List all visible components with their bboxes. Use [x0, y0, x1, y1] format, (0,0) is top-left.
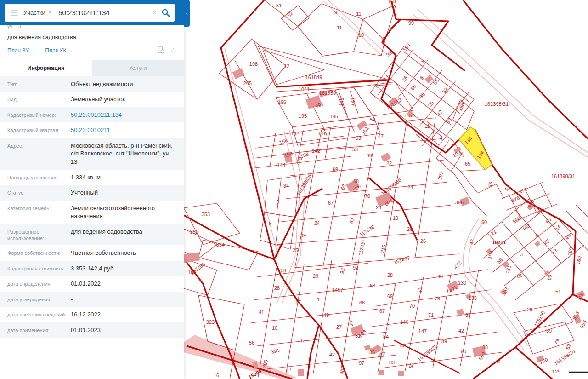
- info-row-value: 1 334 кв. м: [71, 173, 176, 182]
- parcel-label: 69: [387, 293, 393, 299]
- parcel-label: 45: [487, 181, 494, 188]
- parcel-label: 42: [329, 352, 335, 357]
- parcel-label: 147: [418, 328, 427, 334]
- info-row-value: 01.01.2022: [71, 280, 176, 288]
- parcel-label: 117638: [359, 224, 376, 238]
- parcel-label: 161398/30: [553, 348, 576, 366]
- doc-search-icon[interactable]: [158, 46, 165, 55]
- parcel-label: 47: [378, 133, 384, 139]
- parcel-label: 70: [365, 193, 370, 199]
- parcel-label: 33: [445, 117, 452, 125]
- parcel-label: 1041: [299, 86, 310, 92]
- tab-services[interactable]: Услуги: [92, 60, 184, 76]
- search-icon[interactable]: [161, 8, 170, 17]
- info-row-label: Адрес:: [7, 142, 71, 149]
- parcel-label: 49: [323, 312, 329, 318]
- parcel-label: 38: [482, 345, 488, 350]
- parcel-label: 68: [370, 283, 375, 288]
- cadastral-map-svg[interactable]: 5152911111041689998100198121618492051041…: [184, 0, 588, 379]
- info-row-value: 16.12.2022: [71, 310, 176, 319]
- parcel-label: 145: [330, 114, 338, 119]
- parcel-label: 151492: [393, 255, 411, 265]
- info-row-label: Категория земель:: [7, 204, 71, 212]
- parcel-label: 38: [281, 268, 286, 273]
- info-row: Категория земель:Земли сельскохозяйствен…: [0, 201, 184, 224]
- info-row: дата применения:01.01.2023: [0, 322, 184, 338]
- hamburger-menu-icon[interactable]: [11, 9, 18, 17]
- tab-information[interactable]: Информация: [0, 60, 92, 76]
- info-row-label: дата утверждения:: [7, 295, 71, 303]
- clear-search-icon[interactable]: ×: [152, 8, 157, 17]
- info-row-value: Частная собственность: [71, 249, 176, 257]
- road-band: [184, 335, 298, 379]
- search-category-select[interactable]: Участки: [23, 9, 45, 16]
- parcel-label: 46: [367, 153, 372, 158]
- parcel-label: 44: [495, 359, 501, 364]
- info-row-label: Площадь уточненная:: [7, 173, 71, 181]
- parcel-label: 100: [402, 42, 411, 52]
- parcel-label: 8: [269, 221, 271, 226]
- parcel-label: 92: [339, 267, 346, 274]
- info-row: Форма собственности:Частная собственност…: [0, 245, 184, 261]
- parcel-label: 56: [249, 340, 254, 345]
- parcel-label: 39: [300, 233, 306, 238]
- parcel-label: 195: [188, 270, 196, 275]
- parcel-label: 1457: [332, 287, 343, 293]
- building-footprint: [398, 371, 404, 376]
- info-row: дата определения:01.01.2022: [0, 276, 184, 292]
- parcel-label: 476: [510, 195, 520, 204]
- plan-kk-link[interactable]: План КК →: [45, 47, 74, 54]
- parcel-label: 68: [353, 178, 359, 184]
- parcel-label: 37: [465, 312, 471, 318]
- parcel-label: 159: [283, 151, 293, 159]
- info-row: Кадастровый номер:50:23:0010211:134: [0, 107, 184, 123]
- parcel-label: 20: [407, 226, 413, 232]
- parcel-label: 4: [440, 135, 442, 141]
- info-row-value-link[interactable]: 50:23:0010211: [71, 126, 176, 134]
- parcel-label: 198: [249, 61, 258, 67]
- highlighted-parcel[interactable]: [459, 127, 492, 170]
- parcel-label: 23: [376, 205, 381, 210]
- parcel-label: 353: [202, 212, 210, 217]
- parcel-label: 135: [469, 295, 477, 301]
- map-canvas[interactable]: 5152911111041689998100198121618492051041…: [184, 0, 588, 379]
- info-row-value: для ведения садоводства: [71, 228, 176, 236]
- cadastral-map-app: 5152911111041689998100198121618492051041…: [0, 0, 588, 379]
- parcel-label: 90: [461, 349, 466, 354]
- info-row: дата внесения сведений:16.12.2022: [0, 307, 184, 322]
- parcel-label: 17: [286, 367, 292, 372]
- info-row: Адрес:Московская область, р-н Раменский,…: [0, 138, 184, 170]
- info-row-value: Объект недвижимости: [71, 80, 176, 88]
- star-icon[interactable]: ☆: [170, 47, 176, 54]
- parcel-usage: для ведения садоводства: [7, 34, 176, 40]
- parcel-label: 50: [481, 219, 487, 225]
- parcel-label: 66: [359, 300, 365, 305]
- parcel-label: 323: [206, 319, 215, 325]
- parcel-label: 24: [407, 184, 413, 190]
- parcel-label: 29: [313, 273, 318, 279]
- parcel-label: 32: [516, 273, 524, 281]
- info-row-value-link[interactable]: 50:23:0010211:134: [71, 111, 176, 119]
- parcel-label: 10: [358, 32, 364, 38]
- search-input[interactable]: [57, 8, 152, 17]
- parcel-label: 10211: [492, 240, 506, 245]
- parcel-label: 146: [318, 131, 327, 136]
- info-row-value: 01.01.2023: [71, 326, 176, 334]
- parcel-label: 25: [543, 238, 550, 246]
- parcel-label: 5: [421, 59, 424, 64]
- info-row: Кадастровая стоимость:3 353 142,4 руб.: [0, 261, 184, 276]
- parcel-label: 59: [565, 343, 572, 350]
- info-row: Статус:Учтенный: [0, 185, 184, 201]
- parcel-label: 12: [284, 63, 289, 69]
- parcel-label: 20: [527, 307, 532, 312]
- parcel-label: 142: [291, 131, 299, 136]
- parcel-label: 12: [300, 338, 305, 343]
- parcel-label: 146: [400, 319, 408, 325]
- chevron-down-icon[interactable]: ▾: [49, 9, 51, 15]
- parcel-label: 352: [190, 229, 198, 235]
- search-box[interactable]: Участки ▾ ×: [5, 4, 175, 22]
- plan-zu-link[interactable]: План ЗУ →: [7, 47, 36, 54]
- panel-collapse-button[interactable]: ‹: [184, 0, 190, 27]
- parcel-label: 144: [277, 162, 285, 168]
- parcel-label: 51: [555, 289, 561, 294]
